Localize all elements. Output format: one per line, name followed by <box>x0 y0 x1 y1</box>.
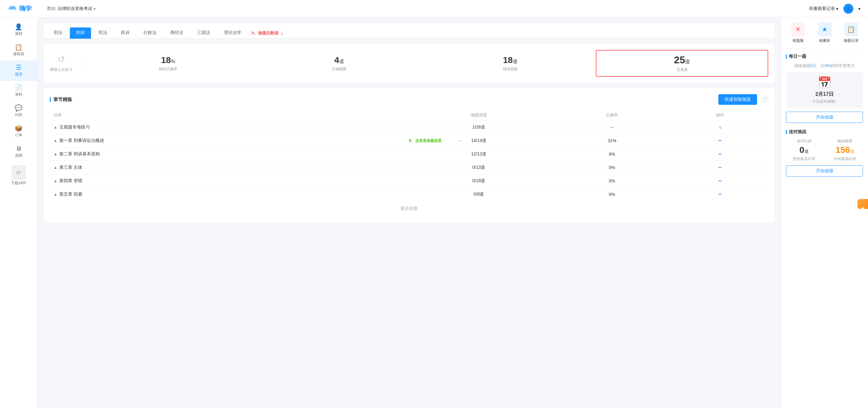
wrong-set-btn[interactable]: ✕ 错题集 <box>786 23 810 43</box>
limit-label: 挑战极限 <box>837 139 852 144</box>
sidebar-item-shop[interactable]: 🖥 选购 <box>0 142 37 162</box>
sidebar-item-qa[interactable]: 💬 问答 <box>0 101 37 121</box>
wrong-set-icon: ✕ <box>791 23 805 36</box>
logo-text: 嗨学 <box>19 4 32 13</box>
chapter-name-0: ▲ 主观题专项练习 <box>50 121 406 134</box>
accuracy-3: 0% <box>552 161 672 174</box>
sidebar-label-shop: 选购 <box>15 153 23 158</box>
action-2[interactable]: ✏ <box>673 148 768 161</box>
user-avatar[interactable]: 👤 <box>843 4 854 14</box>
tab-three-countries[interactable]: 三国法 <box>191 27 216 39</box>
sidebar-item-schedule[interactable]: 📋 课程表 <box>0 40 37 60</box>
row5-arrow: ▲ <box>54 192 57 197</box>
quick-smart-btn[interactable]: 快速智能做题 <box>718 94 757 105</box>
accuracy-label: 我的正确率 <box>159 66 177 72</box>
history-icon: 📋 <box>844 23 858 36</box>
action-4[interactable]: ✏ <box>673 174 768 188</box>
stats-bar: ↺ 继续上次练习 18% 我的正确率 4道 正确题数 <box>44 44 774 83</box>
daily-start-btn[interactable]: 开始做题 <box>786 112 863 123</box>
collection-btn[interactable]: ★ 收藏夹 <box>812 23 837 43</box>
limit-value: 156道 <box>836 145 855 155</box>
vs-label: 连对比拼 <box>797 139 812 144</box>
sidebar-label-qa: 问答 <box>15 112 23 118</box>
sidebar-label-orders: 订单 <box>15 133 23 138</box>
annotation-b-label: B、这里是做题进度 <box>409 138 441 144</box>
accuracy-0: -- <box>552 121 672 134</box>
record-dropdown-icon: ▾ <box>836 6 838 11</box>
edit-icon-5[interactable]: ✏ <box>718 192 722 197</box>
action-0[interactable]: ∨ <box>673 121 768 134</box>
challenge-start-btn[interactable]: 开始做题 <box>786 165 863 177</box>
tab-criminal-law[interactable]: 刑法 <box>48 27 69 39</box>
questionbank-icon: ☰ <box>16 64 22 70</box>
chapter-table: 目录 做题进度 正确率 操作 ▲ <box>50 110 768 201</box>
stat-total: 25道 总题量 <box>596 50 768 77</box>
wrong-set-label: 错题集 <box>793 38 804 43</box>
row0-arrow: ▲ <box>54 125 57 129</box>
contact-teacher-btn[interactable]: 联系班主任 <box>858 199 868 209</box>
col-directory: 目录 <box>50 110 406 121</box>
subject-tabs: 刑法 刑诉 民法 民诉 行政法 商经法 三国法 理论法学 A、做题总数据 ↓ <box>44 24 774 39</box>
action-1[interactable]: ✏ <box>673 134 768 148</box>
edit-icon-4[interactable]: ✏ <box>718 178 722 183</box>
history-btn[interactable]: 📋 做题记录 <box>839 23 863 43</box>
edit-icon-2[interactable]: ✏ <box>718 152 722 156</box>
continue-label: 继续上次练习 <box>50 67 72 72</box>
section-header: 章节精炼 快速智能做题 ? <box>50 94 768 105</box>
action-5[interactable]: ✏ <box>673 188 768 201</box>
col-action: 操作 <box>673 110 768 121</box>
total-label: 总题量 <box>677 67 688 72</box>
progress-4: 0/18道 <box>406 174 552 188</box>
category-label: 类别 <box>47 6 56 11</box>
daily-streak-info: 连续做题0天，比0%的同学更努力 <box>786 63 863 69</box>
daily-section: 每日一题 连续做题0天，比0%的同学更努力 📅 2月17日 今日还未做哦~ 开始… <box>786 54 863 123</box>
tab-civil-law[interactable]: 民法 <box>92 27 114 39</box>
edit-icon-3[interactable]: ✏ <box>718 165 722 170</box>
correct-label: 正确题数 <box>332 66 347 72</box>
logo[interactable]: 嗨学 <box>7 4 32 13</box>
collection-icon: ★ <box>818 23 832 36</box>
edit-icon-1[interactable]: ✏ <box>718 138 722 143</box>
row1-arrow: ▲ <box>54 139 57 143</box>
sidebar-label-schedule: 课程表 <box>13 52 24 57</box>
tab-admin-law[interactable]: 行政法 <box>137 27 163 39</box>
tab-criminal-procedure[interactable]: 刑诉 <box>70 27 91 39</box>
stat-accuracy: 18% 我的正确率 <box>83 55 254 72</box>
progress-0: 1/26道 <box>406 121 552 134</box>
sidebar-item-orders[interactable]: 📦 订单 <box>0 121 37 142</box>
chapter-name-3: ▲ 第三章 主体 <box>50 161 406 174</box>
sidebar-item-app[interactable]: QR 下载APP <box>0 162 37 190</box>
challenge-limit: 挑战极限 156道 全站最高纪录 <box>827 139 863 162</box>
help-icon[interactable]: ? <box>762 96 768 103</box>
category-value[interactable]: 法律职业资格考试 <box>57 6 92 11</box>
tab-commercial-law[interactable]: 商经法 <box>164 27 190 39</box>
top-bar: 嗨学 类别 法律职业资格考试 ▾ 录播观看记录 ▾ 👤 ▾ <box>0 0 868 18</box>
progress-5: 0/8道 <box>406 188 552 201</box>
show-all-btn[interactable]: 显示全部 <box>50 201 768 216</box>
tab-theory-law[interactable]: 理论法学 <box>218 27 248 39</box>
table-row: ▲ 第三章 主体 0/13道 0% ✏ <box>50 161 768 174</box>
sidebar-label-materials: 资料 <box>15 92 23 97</box>
row3-arrow: ▲ <box>54 165 57 170</box>
collapse-icon-0[interactable]: ∨ <box>719 125 722 130</box>
record-btn[interactable]: 录播观看记录 ▾ <box>809 6 838 11</box>
challenge-vs: 连对比拼 0道 您的最高纪录 <box>786 139 822 162</box>
chapter-name-4: ▲ 第四章 管辖 <box>50 174 406 188</box>
total-number: 25道 <box>674 54 690 66</box>
challenge-section-title: 连对挑战 <box>786 129 863 135</box>
sidebar-item-course[interactable]: 👤 课程 <box>0 20 37 40</box>
accuracy-2: 8% <box>552 148 672 161</box>
continue-icon: ↺ <box>58 54 65 64</box>
sidebar-item-materials[interactable]: 📄 资料 <box>0 81 37 101</box>
daily-section-title: 每日一题 <box>786 54 863 59</box>
collection-label: 收藏夹 <box>819 38 830 43</box>
continue-practice-btn[interactable]: ↺ 继续上次练习 <box>50 54 83 72</box>
stat-correct: 4道 正确题数 <box>254 55 425 72</box>
tab-civil-procedure[interactable]: 民诉 <box>115 27 136 39</box>
category-dropdown-icon[interactable]: ▾ <box>94 6 96 11</box>
sidebar-item-questionbank[interactable]: ☰ 题库 <box>0 60 37 81</box>
action-3[interactable]: ✏ <box>673 161 768 174</box>
qr-code: QR <box>12 166 26 179</box>
user-dropdown-icon[interactable]: ▾ <box>858 6 861 11</box>
course-icon: 👤 <box>14 24 23 30</box>
